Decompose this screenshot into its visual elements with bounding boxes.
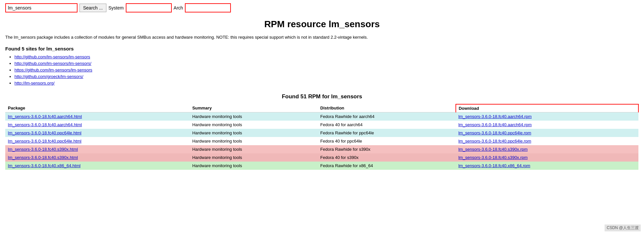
package-link[interactable]: lm_sensors-3.6.0-18.fc40.ppc64le.html (8, 139, 81, 144)
download-link[interactable]: lm_sensors-3.6.0-18.fc40.x86_64.rpm (458, 163, 530, 168)
table-row: lm_sensors-3.6.0-18.fc40.aarch64.htmlHar… (5, 112, 638, 121)
search-bar: Search ... System Arch (5, 3, 639, 12)
table-row: lm_sensors-3.6.0-18.fc40.ppc64le.htmlHar… (5, 129, 638, 137)
cell-download: lm_sensors-3.6.0-18.fc40.s390x.rpm (456, 153, 638, 162)
cell-summary: Hardware monitoring tools (189, 145, 318, 153)
cell-distribution: Fedora Rawhide for s390x (318, 145, 455, 153)
list-item: http://github.com/lm-sensors/lm-sensors/ (14, 61, 639, 66)
page-title: RPM resource lm_sensors (5, 19, 639, 29)
search-button[interactable]: Search ... (79, 4, 106, 12)
system-label: System (108, 5, 124, 10)
download-link[interactable]: lm_sensors-3.6.0-18.fc40.ppc64le.rpm (458, 130, 531, 135)
col-package: Package (5, 104, 189, 112)
cell-download: lm_sensors-3.6.0-18.fc40.ppc64le.rpm (456, 129, 638, 137)
table-row: lm_sensors-3.6.0-18.fc40.s390x.htmlHardw… (5, 145, 638, 153)
cell-summary: Hardware monitoring tools (189, 153, 318, 162)
site-link[interactable]: http://github.com/lm-sensors/lm-sensors/ (14, 61, 91, 66)
cell-summary: Hardware monitoring tools (189, 137, 318, 145)
col-distribution: Distribution (318, 104, 455, 112)
list-item: http://github.com/lm-sensors/lm-sensors (14, 54, 639, 59)
download-link[interactable]: lm_sensors-3.6.0-18.fc40.ppc64le.rpm (458, 139, 531, 144)
cell-download: lm_sensors-3.6.0-18.fc40.aarch64.rpm (456, 121, 638, 129)
download-link[interactable]: lm_sensors-3.6.0-18.fc40.s390x.rpm (458, 155, 528, 160)
package-link[interactable]: lm_sensors-3.6.0-18.fc40.x86_64.html (8, 163, 80, 168)
cell-package: lm_sensors-3.6.0-18.fc40.ppc64le.html (5, 137, 189, 145)
site-link[interactable]: http://github.com/groeck/lm-sensors/ (14, 74, 83, 79)
page-description: The lm_sensors package includes a collec… (5, 34, 639, 41)
sites-section: Found 5 sites for lm_sensors http://gith… (5, 46, 639, 86)
table-row: lm_sensors-3.6.0-18.fc40.x86_64.htmlHard… (5, 162, 638, 170)
cell-package: lm_sensors-3.6.0-18.fc40.s390x.html (5, 145, 189, 153)
list-item: http://lm-sensors.org/ (14, 80, 639, 86)
cell-package: lm_sensors-3.6.0-18.fc40.aarch64.html (5, 121, 189, 129)
col-summary: Summary (189, 104, 318, 112)
cell-distribution: Fedora 40 for s390x (318, 153, 455, 162)
package-link[interactable]: lm_sensors-3.6.0-18.fc40.aarch64.html (8, 114, 82, 119)
cell-package: lm_sensors-3.6.0-18.fc40.aarch64.html (5, 112, 189, 121)
rpm-table: Package Summary Distribution Download lm… (5, 104, 639, 170)
system-input[interactable] (126, 3, 172, 12)
package-link[interactable]: lm_sensors-3.6.0-18.fc40.s390x.html (8, 155, 78, 160)
cell-summary: Hardware monitoring tools (189, 112, 318, 121)
cell-package: lm_sensors-3.6.0-18.fc40.x86_64.html (5, 162, 189, 170)
cell-download: lm_sensors-3.6.0-18.fc40.x86_64.rpm (456, 162, 638, 170)
cell-summary: Hardware monitoring tools (189, 129, 318, 137)
download-link[interactable]: lm_sensors-3.6.0-18.fc40.s390x.rpm (458, 147, 528, 152)
cell-download: lm_sensors-3.6.0-18.fc40.s390x.rpm (456, 145, 638, 153)
site-link[interactable]: http://github.com/lm-sensors/lm-sensors (14, 54, 90, 59)
download-link[interactable]: lm_sensors-3.6.0-18.fc40.aarch64.rpm (458, 114, 532, 119)
cell-distribution: Fedora 40 for aarch64 (318, 121, 455, 129)
cell-package: lm_sensors-3.6.0-18.fc40.s390x.html (5, 153, 189, 162)
cell-download: lm_sensors-3.6.0-18.fc40.aarch64.rpm (456, 112, 638, 121)
table-row: lm_sensors-3.6.0-18.fc40.aarch64.htmlHar… (5, 121, 638, 129)
package-link[interactable]: lm_sensors-3.6.0-18.fc40.ppc64le.html (8, 130, 81, 135)
rpm-heading: Found 51 RPM for lm_sensors (5, 93, 639, 100)
cell-summary: Hardware monitoring tools (189, 121, 318, 129)
package-link[interactable]: lm_sensors-3.6.0-18.fc40.aarch64.html (8, 122, 82, 127)
arch-input[interactable] (185, 3, 231, 12)
site-link[interactable]: https://github.com/lm-sensors/lm-sensors (14, 68, 92, 72)
arch-label: Arch (174, 5, 183, 10)
list-item: http://github.com/groeck/lm-sensors/ (14, 74, 639, 79)
cell-distribution: Fedora 40 for ppc64le (318, 137, 455, 145)
cell-distribution: Fedora Rawhide for aarch64 (318, 112, 455, 121)
rpm-section: Found 51 RPM for lm_sensors Package Summ… (5, 93, 639, 170)
cell-distribution: Fedora Rawhide for ppc64le (318, 129, 455, 137)
package-link[interactable]: lm_sensors-3.6.0-18.fc40.s390x.html (8, 147, 78, 152)
sites-list: http://github.com/lm-sensors/lm-sensorsh… (5, 54, 639, 86)
download-link[interactable]: lm_sensors-3.6.0-18.fc40.aarch64.rpm (458, 122, 532, 127)
site-link[interactable]: http://lm-sensors.org/ (14, 81, 55, 86)
search-input[interactable] (5, 3, 78, 12)
cell-distribution: Fedora Rawhide for x86_64 (318, 162, 455, 170)
sites-heading: Found 5 sites for lm_sensors (5, 46, 639, 51)
col-download: Download (456, 104, 638, 112)
cell-download: lm_sensors-3.6.0-18.fc40.ppc64le.rpm (456, 137, 638, 145)
table-row: lm_sensors-3.6.0-18.fc40.ppc64le.htmlHar… (5, 137, 638, 145)
cell-summary: Hardware monitoring tools (189, 162, 318, 170)
table-row: lm_sensors-3.6.0-18.fc40.s390x.htmlHardw… (5, 153, 638, 162)
cell-package: lm_sensors-3.6.0-18.fc40.ppc64le.html (5, 129, 189, 137)
list-item: https://github.com/lm-sensors/lm-sensors (14, 67, 639, 72)
